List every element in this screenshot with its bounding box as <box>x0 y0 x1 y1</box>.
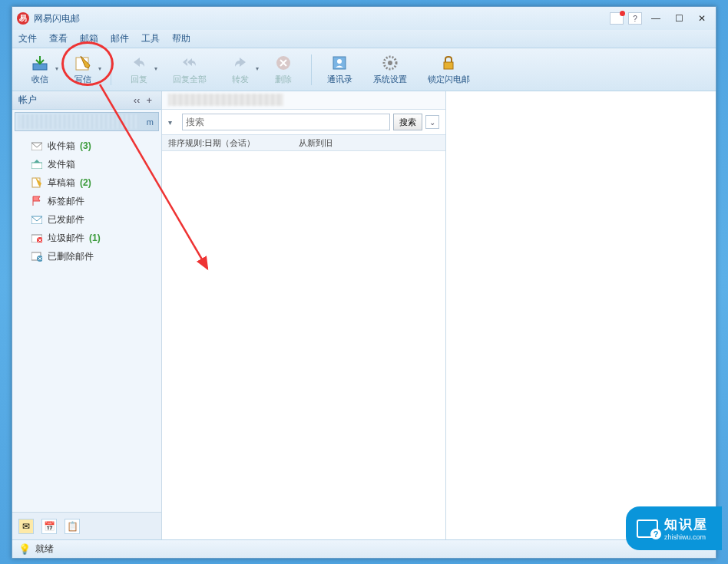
sidebar-add-button[interactable]: + <box>143 94 155 106</box>
sent-icon <box>31 213 43 226</box>
search-input[interactable] <box>182 114 390 130</box>
draft-icon <box>31 176 43 189</box>
sidebar-tab-label[interactable]: 帐户 <box>18 94 37 107</box>
status-text: 就绪 <box>35 543 54 556</box>
app-window: 易 网易闪电邮 ? — ☐ ✕ 文件 查看 邮箱 邮件 工具 帮助 收信 ▾ <box>12 6 716 559</box>
search-button[interactable]: 搜索 <box>393 114 422 130</box>
sort-header[interactable]: 排序规则:日期（会话） 从新到旧 <box>162 134 445 151</box>
mail-list-empty <box>162 151 445 539</box>
forward-button[interactable]: 转发 ▾ <box>219 51 262 88</box>
reading-pane <box>446 91 716 539</box>
svg-rect-7 <box>444 62 453 69</box>
reply-all-icon <box>180 54 199 72</box>
reply-all-button[interactable]: 回复全部 <box>160 51 219 88</box>
trash-icon <box>31 250 43 262</box>
spam-icon <box>31 232 43 244</box>
notification-icon[interactable] <box>610 12 624 25</box>
gear-icon <box>381 54 399 72</box>
forward-icon <box>231 54 250 72</box>
folder-outbox[interactable]: 发件箱 <box>12 155 161 173</box>
compose-icon <box>74 54 92 72</box>
titlebar-controls: ? — ☐ ✕ <box>610 12 711 25</box>
outbox-icon <box>31 158 43 170</box>
chevron-down-icon: ▾ <box>55 65 58 72</box>
app-icon: 易 <box>17 12 29 25</box>
sort-order-label: 从新到旧 <box>299 137 333 149</box>
delete-button[interactable]: 删除 <box>262 51 305 88</box>
sidebar-prev-button[interactable]: ‹‹ <box>131 94 144 106</box>
minimize-button[interactable]: — <box>647 12 665 25</box>
chevron-down-icon: ▾ <box>154 65 157 72</box>
svg-point-6 <box>388 61 392 65</box>
folder-list: 收件箱 (3) 发件箱 草稿箱 (2) 标签邮件 <box>12 134 161 512</box>
receive-icon <box>31 54 49 72</box>
lock-button[interactable]: 锁定闪电邮 <box>419 51 478 88</box>
toolbar-separator <box>111 54 111 85</box>
search-bar: ▾ 搜索 ⌄ <box>162 110 445 134</box>
contacts-icon <box>330 54 349 72</box>
menu-mailbox[interactable]: 邮箱 <box>80 32 98 45</box>
sidebar-bottom-bar: ✉ 📅 📋 <box>12 512 161 539</box>
settings-button[interactable]: 系统设置 <box>361 51 419 88</box>
maximize-button[interactable]: ☐ <box>670 12 688 25</box>
close-button[interactable]: ✕ <box>693 12 711 25</box>
sort-rule-label: 排序规则:日期（会话） <box>168 137 299 149</box>
delete-icon <box>274 54 293 72</box>
account-redacted <box>18 114 140 129</box>
inbox-icon <box>31 140 43 152</box>
toolbar-separator <box>311 54 312 85</box>
lock-icon <box>439 54 458 72</box>
watermark: 知识屋 zhishiwu.com <box>626 506 722 550</box>
menu-view[interactable]: 查看 <box>49 32 68 45</box>
folder-trash[interactable]: 已删除邮件 <box>12 247 161 266</box>
toolbar: 收信 ▾ 写信 ▾ 回复 ▾ 回复全部 转 <box>12 48 716 91</box>
reply-icon <box>130 54 148 72</box>
message-list-pane: ▾ 搜索 ⌄ 排序规则:日期（会话） 从新到旧 <box>162 91 446 539</box>
header-redacted <box>168 94 283 106</box>
chevron-down-icon: ▾ <box>256 65 259 72</box>
menu-mail[interactable]: 邮件 <box>111 32 129 45</box>
calendar-view-icon[interactable]: 📅 <box>41 519 57 534</box>
menu-tools[interactable]: 工具 <box>141 32 160 45</box>
menubar: 文件 查看 邮箱 邮件 工具 帮助 <box>12 30 716 48</box>
expand-search-button[interactable]: ⌄ <box>425 115 439 129</box>
folder-sent[interactable]: 已发邮件 <box>12 210 161 229</box>
search-dropdown-trigger[interactable]: ▾ <box>168 118 179 127</box>
menu-help[interactable]: 帮助 <box>172 32 190 45</box>
window-title: 网易闪电邮 <box>34 12 610 25</box>
list-header <box>162 91 445 110</box>
contacts-button[interactable]: 通讯录 <box>318 51 361 88</box>
sidebar-tab-header: 帐户 ‹‹ + <box>12 91 161 110</box>
folder-tagged[interactable]: 标签邮件 <box>12 192 161 210</box>
bulb-icon: 💡 <box>18 543 31 555</box>
folder-drafts[interactable]: 草稿箱 (2) <box>12 173 161 192</box>
statusbar: 💡 就绪 <box>12 539 716 558</box>
chevron-down-icon: ▾ <box>98 65 101 72</box>
titlebar: 易 网易闪电邮 ? — ☐ ✕ <box>12 7 716 30</box>
flag-icon <box>31 195 43 207</box>
receive-button[interactable]: 收信 ▾ <box>18 51 61 88</box>
svg-rect-9 <box>31 163 42 169</box>
reply-button[interactable]: 回复 ▾ <box>117 51 160 88</box>
svg-point-4 <box>337 59 342 64</box>
compose-button[interactable]: 写信 ▾ <box>61 51 104 88</box>
watermark-icon <box>637 519 658 538</box>
mail-view-icon[interactable]: ✉ <box>18 519 34 534</box>
account-selector[interactable]: m <box>15 112 159 131</box>
menu-file[interactable]: 文件 <box>18 32 37 45</box>
notes-view-icon[interactable]: 📋 <box>65 519 80 534</box>
help-icon[interactable]: ? <box>628 12 642 25</box>
folder-inbox[interactable]: 收件箱 (3) <box>12 137 161 155</box>
folder-spam[interactable]: 垃圾邮件 (1) <box>12 229 161 247</box>
main-body: 帐户 ‹‹ + m 收件箱 (3) 发件箱 <box>12 91 716 539</box>
sidebar: 帐户 ‹‹ + m 收件箱 (3) 发件箱 <box>12 91 162 539</box>
